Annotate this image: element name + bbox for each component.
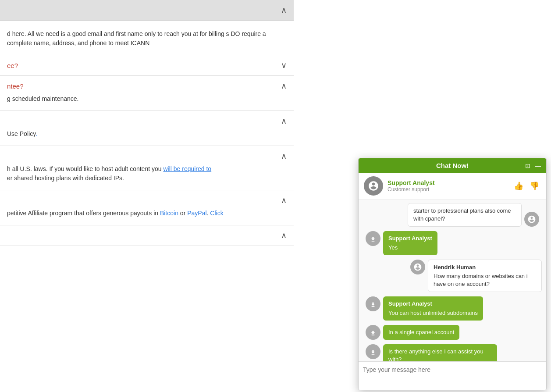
- chevron-up-icon-3[interactable]: [281, 81, 287, 91]
- faq-body-4: Use Policy.: [7, 126, 287, 140]
- user-avatar-icon-3: [413, 263, 422, 271]
- chat-widget: Chat Now! ⊡ — Support Analyst Customer s…: [358, 158, 547, 390]
- agent-avatar-icon: [368, 180, 379, 192]
- message-row-2: Support Analyst Yes: [363, 231, 542, 255]
- agent-actions: 👍 👎: [512, 180, 541, 192]
- message-sender-4: Support Analyst: [388, 300, 478, 308]
- agent-avatar-6: [366, 344, 380, 359]
- chat-minimize-button[interactable]: —: [534, 162, 542, 169]
- thumbdown-button[interactable]: 👎: [528, 180, 541, 192]
- chevron-up-icon-4[interactable]: [281, 116, 287, 126]
- faq-section-3: ntee? g scheduled maintenance.: [0, 76, 294, 111]
- chevron-up-icon-5[interactable]: [281, 151, 287, 161]
- chat-input[interactable]: [363, 366, 542, 384]
- message-bubble-4: Support Analyst You can host unlimited s…: [383, 296, 483, 320]
- faq-top-bar: [0, 0, 294, 21]
- agent-avatar-icon-5: [369, 328, 377, 337]
- agent-avatar-2: [366, 231, 380, 246]
- user-avatar-icon-1: [527, 215, 536, 224]
- agent-name: Support Analyst: [387, 179, 512, 186]
- chat-header: Chat Now! ⊡ —: [359, 158, 546, 173]
- chat-header-controls: ⊡ —: [524, 162, 542, 169]
- agent-avatar-4: [366, 296, 380, 311]
- chat-input-area: [359, 361, 546, 390]
- faq-heading-3: ntee?: [7, 82, 24, 90]
- agent-role: Customer support: [387, 186, 512, 192]
- message-row-3: Hendrik Human How many domains or websit…: [363, 260, 542, 292]
- faq-section-2: ee?: [0, 55, 294, 76]
- chevron-up-icon-7[interactable]: [281, 231, 287, 240]
- chat-expand-button[interactable]: ⊡: [524, 162, 531, 169]
- faq-header-6[interactable]: [7, 196, 287, 205]
- chevron-up-icon[interactable]: [281, 5, 287, 15]
- thumbup-button[interactable]: 👍: [512, 180, 525, 192]
- faq-body-6: petitive Affiliate program that offers g…: [7, 205, 287, 220]
- agent-avatar-icon-6: [369, 347, 377, 356]
- message-sender-3: Hendrik Human: [434, 264, 536, 271]
- message-bubble-6: Is there anything else I can assist you …: [383, 344, 497, 361]
- user-avatar-3: [410, 260, 425, 274]
- message-row-5: In a single cpanel account: [363, 325, 542, 340]
- faq-section-7: [0, 225, 294, 246]
- message-row-6: Is there anything else I can assist you …: [363, 344, 542, 361]
- agent-avatar: [364, 176, 383, 196]
- agent-avatar-5: [366, 325, 380, 340]
- faq-heading-2: ee?: [7, 62, 18, 69]
- faq-body-3: g scheduled maintenance.: [7, 91, 287, 105]
- faq-header-5[interactable]: [7, 151, 287, 161]
- faq-header-2[interactable]: ee?: [7, 61, 287, 70]
- faq-section-1: d here. All we need is a good email and …: [0, 21, 294, 55]
- chat-agent-bar: Support Analyst Customer support 👍 👎: [359, 173, 546, 200]
- chevron-down-icon-2[interactable]: [281, 61, 287, 70]
- message-bubble-2: Support Analyst Yes: [383, 231, 437, 255]
- chat-messages[interactable]: starter to professional plans also come …: [359, 200, 546, 361]
- chat-title: Chat Now!: [436, 162, 469, 169]
- faq-header-3[interactable]: ntee?: [7, 81, 287, 91]
- agent-info: Support Analyst Customer support: [387, 179, 512, 192]
- faq-section-6: petitive Affiliate program that offers g…: [0, 190, 294, 225]
- faq-section-4: Use Policy.: [0, 111, 294, 146]
- message-bubble-3: Hendrik Human How many domains or websit…: [428, 260, 542, 292]
- message-sender-2: Support Analyst: [388, 235, 432, 242]
- faq-area: d here. All we need is a good email and …: [0, 0, 294, 392]
- message-bubble-5: In a single cpanel account: [383, 325, 459, 340]
- message-bubble-partial: starter to professional plans also come …: [408, 203, 522, 227]
- faq-header-4[interactable]: [7, 116, 287, 126]
- faq-section-5: h all U.S. laws. If you would like to ho…: [0, 146, 294, 190]
- message-partial-1: starter to professional plans also come …: [363, 203, 542, 227]
- user-avatar-1: [524, 212, 539, 227]
- message-row-4: Support Analyst You can host unlimited s…: [363, 296, 542, 320]
- faq-header-7[interactable]: [7, 231, 287, 240]
- chevron-up-icon-6[interactable]: [281, 196, 287, 205]
- faq-body-5: h all U.S. laws. If you would like to ho…: [7, 161, 287, 185]
- agent-avatar-icon-2: [369, 234, 377, 243]
- faq-body-1: d here. All we need is a good email and …: [7, 26, 287, 50]
- agent-avatar-icon-4: [369, 299, 377, 308]
